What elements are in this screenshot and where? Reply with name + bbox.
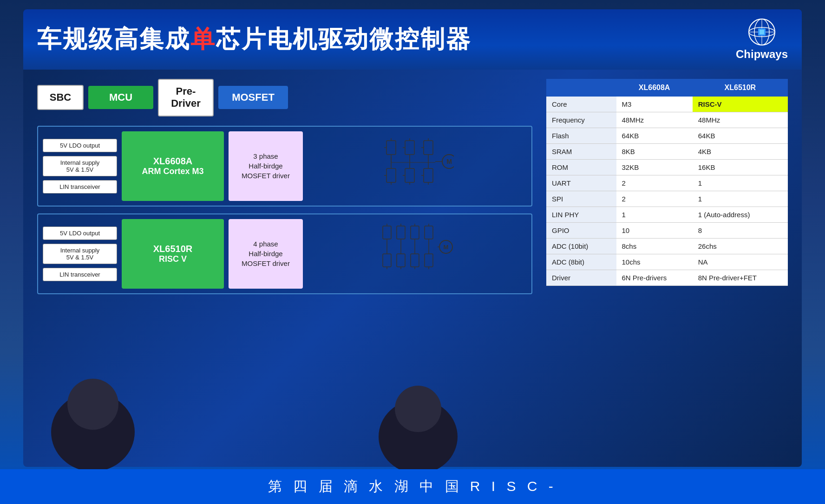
svg-rect-27 <box>424 168 433 182</box>
header-mosfet: MOSFET <box>218 86 288 109</box>
svg-text:M: M <box>444 244 449 251</box>
bottom-bar: 第 四 届 滴 水 湖 中 国 R I S C - <box>0 469 825 504</box>
table-header-xl6608a: XL6608A <box>616 79 693 97</box>
svg-rect-11 <box>405 141 414 155</box>
table-row: SRAM8KB4KB <box>546 144 788 160</box>
logo-globe-icon <box>748 18 776 46</box>
table-header-xl6510r: XL6510R <box>693 79 788 97</box>
table-cell-feature: Frequency <box>546 112 616 128</box>
left-section: SBC MCU Pre-Driver MOSFET 5V LDO output … <box>37 79 532 458</box>
table-row: LIN PHY11 (Auto-address) <box>546 207 788 223</box>
svg-rect-6 <box>760 30 764 34</box>
table-cell-xl6510r: 1 <box>693 175 788 191</box>
mcu-name-2: XL6510R <box>153 244 193 254</box>
mosfet-block-2: M <box>307 219 527 289</box>
table-row: Flash64KB64KB <box>546 128 788 144</box>
table-cell-xl6608a: 8chs <box>616 239 693 254</box>
table-cell-xl6608a: 6N Pre-drivers <box>616 270 693 286</box>
header-sbc: SBC <box>37 85 84 110</box>
logo-area: Chipways <box>736 18 788 61</box>
mcu-core-2: RISC V <box>159 254 187 264</box>
table-cell-feature: Core <box>546 97 616 112</box>
svg-rect-38 <box>383 226 391 239</box>
table-row: SPI21 <box>546 191 788 207</box>
title-band: 车规级高集成单芯片电机驱动微控制器 Chipways <box>23 9 802 70</box>
chip-row-2: 5V LDO output Internal supply5V & 1.5V L… <box>37 213 532 294</box>
table-header-feature <box>546 79 616 97</box>
svg-text:M: M <box>446 158 452 165</box>
svg-rect-50 <box>383 254 391 267</box>
sbc-item-2-1: 5V LDO output <box>43 226 117 240</box>
title-highlight: 单 <box>190 26 216 52</box>
table-row: UART21 <box>546 175 788 191</box>
header-row: SBC MCU Pre-Driver MOSFET <box>37 79 532 116</box>
sbc-block-1: 5V LDO output Internal supply5V & 1.5V L… <box>43 139 117 194</box>
header-mcu: MCU <box>88 86 153 109</box>
table-cell-xl6510r: 48MHz <box>693 112 788 128</box>
svg-rect-19 <box>386 168 396 182</box>
chip-row-1: 5V LDO output Internal supply5V & 1.5V L… <box>37 126 532 207</box>
table-cell-xl6608a: 8KB <box>616 144 693 160</box>
svg-rect-41 <box>397 226 405 239</box>
table-row: Frequency48MHz48MHz <box>546 112 788 128</box>
mcu-block-1: XL6608A ARM Cortex M3 <box>122 131 224 201</box>
table-row: GPIO108 <box>546 223 788 239</box>
mcu-name-1: XL6608A <box>153 156 193 167</box>
sbc-item-2-2: Internal supply5V & 1.5V <box>43 244 117 264</box>
sbc-item-2-3: LIN transceiver <box>43 268 117 281</box>
table-row: Driver6N Pre-drivers8N Pre-driver+FET <box>546 270 788 286</box>
table-cell-xl6608a: 10 <box>616 223 693 239</box>
logo-text: Chipways <box>736 48 788 61</box>
svg-rect-44 <box>411 226 419 239</box>
table-row: ROM32KB16KB <box>546 160 788 175</box>
title-after: 芯片电机驱动微控制器 <box>216 26 471 52</box>
table-cell-xl6510r: 26chs <box>693 239 788 254</box>
table-cell-xl6608a: 2 <box>616 175 693 191</box>
table-cell-xl6510r: 4KB <box>693 144 788 160</box>
table-cell-xl6608a: M3 <box>616 97 693 112</box>
header-pre-driver: Pre-Driver <box>158 79 214 116</box>
table-cell-xl6510r: 64KB <box>693 128 788 144</box>
sbc-item-1-2: Internal supply5V & 1.5V <box>43 156 117 176</box>
table-cell-feature: Flash <box>546 128 616 144</box>
table-cell-feature: ADC (10bit) <box>546 239 616 254</box>
table-cell-xl6608a: 10chs <box>616 254 693 270</box>
table-cell-feature: SRAM <box>546 144 616 160</box>
table-row: CoreM3RISC-V <box>546 97 788 112</box>
content-area: SBC MCU Pre-Driver MOSFET 5V LDO output … <box>23 70 802 467</box>
table-cell-feature: ADC (8bit) <box>546 254 616 270</box>
mosfet-block-1: M <box>307 131 527 201</box>
mcu-block-2: XL6510R RISC V <box>122 219 224 289</box>
svg-rect-59 <box>425 254 433 267</box>
table-cell-feature: SPI <box>546 191 616 207</box>
circuit-svg-2: M <box>380 221 454 286</box>
table-cell-xl6608a: 64KB <box>616 128 693 144</box>
table-cell-xl6510r: 16KB <box>693 160 788 175</box>
table-cell-xl6608a: 48MHz <box>616 112 693 128</box>
sbc-item-1-1: 5V LDO output <box>43 139 117 152</box>
table-cell-xl6510r: 1 <box>693 191 788 207</box>
svg-rect-15 <box>424 141 433 155</box>
right-section: XL6608A XL6510R CoreM3RISC-VFrequency48M… <box>546 79 788 458</box>
table-cell-xl6608a: 2 <box>616 191 693 207</box>
svg-rect-7 <box>386 141 396 155</box>
svg-rect-23 <box>405 168 414 182</box>
table-cell-xl6510r: NA <box>693 254 788 270</box>
table-row: ADC (10bit)8chs26chs <box>546 239 788 254</box>
table-cell-xl6510r: 8 <box>693 223 788 239</box>
title-before: 车规级高集成 <box>37 26 190 52</box>
table-cell-xl6608a: 1 <box>616 207 693 223</box>
table-cell-feature: ROM <box>546 160 616 175</box>
table-cell-xl6510r: RISC-V <box>693 97 788 112</box>
table-cell-feature: UART <box>546 175 616 191</box>
bottom-bar-text: 第 四 届 滴 水 湖 中 国 R I S C - <box>268 477 557 496</box>
table-cell-xl6510r: 8N Pre-driver+FET <box>693 270 788 286</box>
svg-rect-56 <box>411 254 419 267</box>
svg-rect-53 <box>397 254 405 267</box>
mcu-core-1: ARM Cortex M3 <box>142 167 203 176</box>
table-cell-feature: Driver <box>546 270 616 286</box>
spec-table: XL6608A XL6510R CoreM3RISC-VFrequency48M… <box>546 79 788 286</box>
table-cell-xl6608a: 32KB <box>616 160 693 175</box>
slide-container: 车规级高集成单芯片电机驱动微控制器 Chipways SBC MCU <box>23 9 802 467</box>
table-cell-feature: GPIO <box>546 223 616 239</box>
